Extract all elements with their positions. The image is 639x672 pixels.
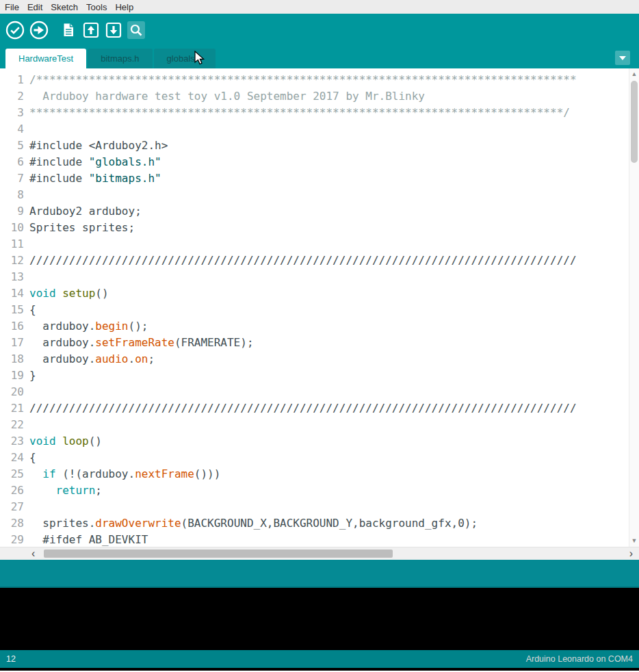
line-number: 14 [0,285,24,302]
serial-monitor-button[interactable] [127,21,145,39]
line-number: 7 [0,170,24,187]
tab-bitmaps-h[interactable]: bitmaps.h [88,49,152,68]
horizontal-scrollbar-thumb[interactable] [44,550,393,558]
line-number: 10 [0,220,24,236]
code-line: 7#include "bitmaps.h" [0,170,629,187]
code-line: 22 [0,417,629,433]
new-sketch-button[interactable] [60,21,77,39]
code-text: return; [24,482,102,499]
code-line: 20 [0,384,629,400]
line-number: 12 [0,253,24,269]
code-line: 18 arduboy.audio.on; [0,351,629,367]
line-number: 16 [0,318,24,335]
menu-edit[interactable]: Edit [24,1,47,14]
upload-button[interactable] [29,21,49,40]
code-text: #ifdef AB_DEVKIT [24,532,148,547]
code-text [24,236,29,253]
code-text: /***************************************… [24,72,577,88]
save-sketch-button[interactable] [105,21,122,39]
code-editor[interactable]: 1/**************************************… [0,68,639,547]
code-text: { [24,450,36,466]
code-text: #include "globals.h" [24,154,161,170]
line-number: 27 [0,499,24,515]
code-text: void loop() [24,433,102,450]
code-lines: 1/**************************************… [0,68,629,547]
line-number: 6 [0,154,24,170]
menu-sketch[interactable]: Sketch [47,1,83,14]
code-text: Sprites sprites; [24,220,135,236]
code-line: 17 arduboy.setFrameRate(FRAMERATE); [0,335,629,351]
line-number: 18 [0,351,24,367]
line-number: 8 [0,187,24,203]
status-bar: 12 Arduino Leonardo on COM4 [0,650,639,668]
code-text: Arduboy2 arduboy; [24,203,142,220]
vertical-scrollbar-thumb[interactable] [631,81,638,163]
line-number: 25 [0,466,24,482]
line-number: 1 [0,72,24,88]
code-line: 6#include "globals.h" [0,154,629,170]
code-text: void setup() [24,285,109,302]
tab-bar-tabs: HardwareTestbitmaps.hglobals.h [5,46,217,68]
current-line-indicator: 12 [6,654,16,664]
code-line: 23void loop() [0,433,629,450]
code-line: 26 return; [0,482,629,499]
arrow-down-square-icon [105,21,122,39]
verify-button[interactable] [5,21,25,40]
tab-bar: HardwareTestbitmaps.hglobals.h [0,46,639,68]
document-icon [60,21,77,39]
line-number: 19 [0,367,24,384]
code-text [24,187,29,203]
tab-list-dropdown-button[interactable] [615,51,630,65]
check-circle-icon [5,21,25,40]
line-number: 4 [0,121,24,138]
code-text: if (!(arduboy.nextFrame())) [24,466,220,482]
line-number: 9 [0,203,24,220]
line-number: 21 [0,400,24,417]
code-text: } [24,367,36,384]
tab-hardwaretest[interactable]: HardwareTest [5,49,86,68]
line-number: 20 [0,384,24,400]
menu-help[interactable]: Help [112,1,138,14]
code-line: 13 [0,269,629,285]
tab-globals-h[interactable]: globals.h [154,49,216,68]
horizontal-scrollbar[interactable]: ‹ › [0,547,639,560]
code-line: 15{ [0,302,629,318]
console-output [0,588,639,650]
code-line: 24{ [0,450,629,466]
menu-file[interactable]: File [1,1,24,14]
code-text: ////////////////////////////////////////… [24,253,577,269]
code-line: 19} [0,367,629,384]
status-message-area [0,560,639,588]
scroll-right-arrow-icon[interactable]: › [629,547,633,560]
menu-tools[interactable]: Tools [83,1,112,14]
code-text: ****************************************… [24,105,570,121]
line-number: 17 [0,335,24,351]
code-line: 3***************************************… [0,105,629,121]
code-text [24,499,29,515]
scroll-up-arrow-icon[interactable]: ▲ [629,70,639,79]
scroll-left-arrow-icon[interactable]: ‹ [31,547,35,560]
line-number: 28 [0,515,24,532]
code-line: 1/**************************************… [0,72,629,88]
line-number: 15 [0,302,24,318]
code-text: arduboy.setFrameRate(FRAMERATE); [24,335,254,351]
code-text: ////////////////////////////////////////… [24,400,577,417]
code-line: 16 arduboy.begin(); [0,318,629,335]
menu-bar: FileEditSketchToolsHelp [0,0,639,14]
code-line: 27 [0,499,629,515]
arduino-ide-window: FileEditSketchToolsHelp [0,0,639,672]
scroll-down-arrow-icon[interactable]: ▼ [629,537,639,545]
open-sketch-button[interactable] [82,21,100,39]
line-number: 3 [0,105,24,121]
code-text: #include <Arduboy2.h> [24,138,168,154]
window-bottom-edge [0,668,639,671]
line-number: 24 [0,450,24,466]
vertical-scrollbar[interactable]: ▲ ▼ [629,68,639,547]
line-number: 29 [0,532,24,547]
code-text [24,417,29,433]
line-number: 26 [0,482,24,499]
chevron-down-icon [619,56,626,60]
arrow-right-circle-icon [29,21,49,40]
code-text [24,269,29,285]
code-line: 12//////////////////////////////////////… [0,253,629,269]
